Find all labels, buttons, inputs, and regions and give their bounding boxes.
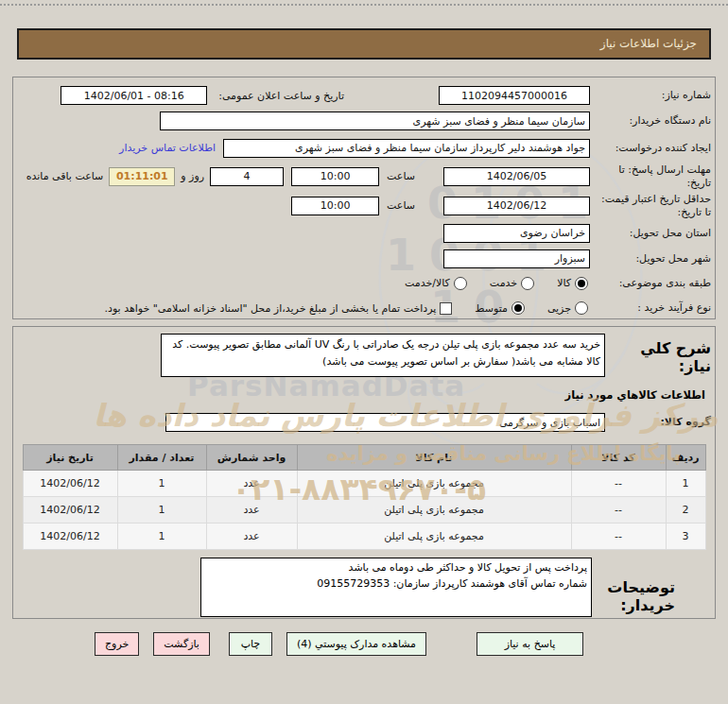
price-validity-date-field[interactable]: 1402/06/12 bbox=[443, 197, 590, 215]
buyer-notes-line: پرداخت پس از تحویل کالا و حداکثر طی دوما… bbox=[205, 559, 587, 575]
goods-group-row: گروه کالا: اسباب بازی و سرگرمی bbox=[17, 412, 711, 433]
treasury-checkbox[interactable] bbox=[440, 302, 452, 315]
cell-unit: عدد bbox=[206, 471, 297, 497]
reply-deadline-date-field[interactable]: 1402/06/05 bbox=[443, 167, 590, 186]
days-remaining-field[interactable]: 4 bbox=[210, 167, 284, 186]
cell-qty: 1 bbox=[117, 497, 206, 524]
announce-datetime-label: تاریخ و ساعت اعلان عمومی: bbox=[218, 90, 344, 102]
radio-goods-service-icon[interactable] bbox=[454, 277, 467, 290]
col-need-date: تاریخ نیاز bbox=[23, 445, 117, 471]
reply-time-field[interactable]: 10:00 bbox=[291, 167, 379, 186]
announce-datetime-field[interactable]: 1402/06/01 - 08:16 bbox=[61, 86, 207, 105]
city-label: شهر محل تحویل: bbox=[590, 252, 711, 265]
reply-deadline-label: مهلت ارسال پاسخ: تا تاریخ: bbox=[590, 163, 711, 188]
subject-option-service[interactable]: خدمت bbox=[490, 277, 534, 290]
treasury-checkbox-group[interactable]: پرداخت تمام یا بخشی از مبلغ خرید،از محل … bbox=[105, 302, 453, 315]
table-row[interactable]: 3 -- مجموعه بازی پلی اتیلن عدد 1 1402/06… bbox=[23, 524, 705, 550]
province-field[interactable]: خراسان رضوی bbox=[443, 224, 590, 243]
price-validity-row: حداقل تاریخ اعتبار قیمت: تا تاریخ: 1402/… bbox=[17, 191, 711, 220]
countdown-timer: 01:11:01 bbox=[109, 167, 175, 186]
request-creator-row: ایجاد کننده درخواست: جواد هوشمند دلیر کا… bbox=[17, 134, 711, 162]
request-creator-field[interactable]: جواد هوشمند دلیر کارپرداز سازمان سیما من… bbox=[223, 139, 590, 158]
validity-time-field[interactable]: 10:00 bbox=[291, 197, 379, 215]
cell-name: مجموعه بازی پلی اتیلن bbox=[297, 524, 571, 550]
process-option-medium[interactable]: متوسط bbox=[475, 301, 525, 315]
page-title: جزئیات اطلاعات نیاز bbox=[17, 28, 711, 60]
cell-name: مجموعه بازی پلی اتیلن bbox=[297, 471, 571, 497]
purchase-process-row: نوع فرآیند خرید : جزیی متوسط پرداخت تمام… bbox=[17, 295, 711, 321]
radio-goods-label: کالا bbox=[557, 277, 571, 289]
buyer-org-row: نام دستگاه خریدار: سازمان سیما منظر و فض… bbox=[17, 108, 711, 134]
table-row[interactable]: 2 -- مجموعه بازی پلی اتیلن عدد 1 1402/06… bbox=[23, 497, 705, 524]
reply-to-need-button[interactable]: پاسخ به نیاز bbox=[477, 632, 583, 656]
province-row: استان محل تحویل: خراسان رضوی bbox=[17, 220, 711, 246]
process-option-minor[interactable]: جزیی bbox=[547, 301, 588, 315]
buyer-org-field[interactable]: سازمان سیما منظر و فضای سبز شهری bbox=[160, 112, 590, 130]
col-row-number: ردیف bbox=[666, 445, 705, 471]
radio-medium-label: متوسط bbox=[475, 302, 508, 315]
treasury-checkbox-label: پرداخت تمام یا بخشی از مبلغ خرید،از محل … bbox=[105, 302, 437, 315]
subject-option-goods-service[interactable]: کالا/خدمت bbox=[405, 277, 467, 290]
col-item-name: نام کالا bbox=[297, 445, 571, 471]
goods-group-field[interactable]: اسباب بازی و سرگرمی bbox=[165, 413, 605, 432]
reply-hour-label: ساعت bbox=[387, 170, 415, 182]
goods-info-panel: شرح کلي نیاز: خرید سه عدد مجموعه بازی پل… bbox=[12, 326, 716, 619]
col-item-code: کد کالا bbox=[571, 445, 666, 471]
goods-table: ردیف کد کالا نام کالا واحد شمارش تعداد /… bbox=[23, 444, 706, 550]
need-description-row: شرح کلي نیاز: خرید سه عدد مجموعه بازی پل… bbox=[17, 334, 711, 377]
cell-date: 1402/06/12 bbox=[23, 471, 117, 497]
subject-class-row: طبقه بندی موضوعی: کالا خدمت کالا/خدمت bbox=[17, 271, 711, 295]
col-quantity: تعداد / مقدار bbox=[117, 445, 206, 471]
need-details-page: 0101 1001 10 ParsNamadData جزئیات اطلاعا… bbox=[0, 0, 728, 704]
need-description-label: شرح کلي نیاز: bbox=[605, 334, 711, 375]
radio-goods-service-label: کالا/خدمت bbox=[405, 277, 450, 289]
exit-button[interactable]: خروج bbox=[95, 632, 139, 656]
cell-unit: عدد bbox=[206, 524, 297, 550]
subject-option-goods[interactable]: کالا bbox=[557, 277, 588, 290]
reply-deadline-row: مهلت ارسال پاسخ: تا تاریخ: 1402/06/05 سا… bbox=[17, 162, 711, 191]
radio-goods-icon[interactable] bbox=[575, 277, 588, 290]
radio-service-icon[interactable] bbox=[521, 277, 534, 290]
buyer-notes-field[interactable]: پرداخت پس از تحویل کالا و حداکثر طی دوما… bbox=[200, 558, 592, 617]
radio-minor-label: جزیی bbox=[547, 302, 571, 315]
need-info-panel: شماره نیاز: 1102094457000016 تاریخ و ساع… bbox=[12, 77, 716, 319]
goods-group-label: گروه کالا: bbox=[605, 416, 711, 428]
back-button[interactable]: بازگشت bbox=[153, 632, 210, 656]
validity-hour-label: ساعت bbox=[387, 199, 415, 212]
need-description-field[interactable]: خرید سه عدد مجموعه بازی پلی تیلن درجه یک… bbox=[161, 334, 605, 377]
city-field[interactable]: سبزوار bbox=[443, 249, 590, 268]
cell-date: 1402/06/12 bbox=[23, 524, 117, 550]
purchase-process-label: نوع فرآیند خرید : bbox=[590, 301, 711, 314]
need-number-row: شماره نیاز: 1102094457000016 تاریخ و ساع… bbox=[17, 83, 711, 108]
cell-code: -- bbox=[571, 497, 666, 524]
buyer-notes-label: توضیحات خریدار: bbox=[592, 558, 675, 614]
need-number-field[interactable]: 1102094457000016 bbox=[439, 86, 590, 105]
province-label: استان محل تحویل: bbox=[590, 227, 711, 239]
price-validity-label: حداقل تاریخ اعتبار قیمت: تا تاریخ: bbox=[590, 193, 711, 217]
cell-name: مجموعه بازی پلی اتیلن bbox=[297, 497, 571, 524]
city-row: شهر محل تحویل: سبزوار bbox=[17, 246, 711, 271]
cell-qty: 1 bbox=[117, 524, 206, 550]
cell-row: 3 bbox=[666, 524, 705, 550]
action-toolbar: پاسخ به نیاز مشاهده مدارک پیوستي (4) چاپ… bbox=[0, 632, 728, 656]
col-unit: واحد شمارش bbox=[206, 445, 297, 471]
goods-table-header-row: ردیف کد کالا نام کالا واحد شمارش تعداد /… bbox=[23, 445, 705, 471]
cell-row: 1 bbox=[666, 471, 705, 497]
buyer-org-label: نام دستگاه خریدار: bbox=[590, 114, 711, 127]
view-attachments-button[interactable]: مشاهده مدارک پیوستي (4) bbox=[286, 632, 426, 656]
radio-minor-icon[interactable] bbox=[575, 301, 588, 315]
print-button[interactable]: چاپ bbox=[229, 632, 272, 656]
hours-remaining-label: ساعت باقی مانده bbox=[26, 170, 104, 182]
radio-medium-icon[interactable] bbox=[511, 301, 525, 315]
buyer-notes-row: توضیحات خریدار: پرداخت پس از تحویل کالا … bbox=[17, 558, 711, 617]
request-creator-label: ایجاد کننده درخواست: bbox=[590, 142, 711, 154]
table-row[interactable]: 1 -- مجموعه بازی پلی اتیلن عدد 1 1402/06… bbox=[23, 471, 705, 497]
subject-class-label: طبقه بندی موضوعی: bbox=[590, 277, 711, 289]
cell-date: 1402/06/12 bbox=[23, 497, 117, 524]
days-label: روز و bbox=[181, 170, 204, 182]
cell-unit: عدد bbox=[206, 497, 297, 524]
buyer-notes-line: شماره تماس آقای هوشمند کارپرداز سازمان: … bbox=[205, 575, 587, 592]
buyer-contact-link[interactable]: اطلاعات تماس خریدار bbox=[119, 142, 216, 154]
cell-qty: 1 bbox=[117, 471, 206, 497]
cell-code: -- bbox=[571, 524, 666, 550]
